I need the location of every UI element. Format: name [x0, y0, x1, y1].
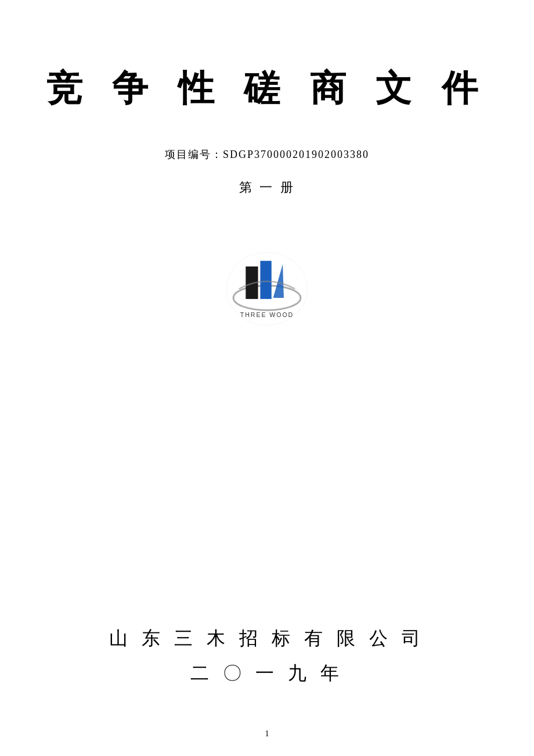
- three-wood-logo-icon: THREE WOOD: [221, 249, 313, 330]
- volume-number: 第 一 册: [239, 179, 295, 196]
- company-name: 山 东 三 木 招 标 有 限 公 司: [109, 626, 425, 651]
- page-number: 1: [265, 729, 269, 739]
- svg-text:THREE WOOD: THREE WOOD: [240, 311, 294, 318]
- project-number: 项目编号：SDGP370000201902003380: [165, 147, 369, 161]
- main-title: 竞 争 性 磋 商 文 件: [46, 64, 488, 113]
- year-text: 二 〇 一 九 年: [190, 661, 344, 686]
- bottom-section: 山 东 三 木 招 标 有 限 公 司 二 〇 一 九 年: [109, 626, 425, 686]
- logo-area: THREE WOOD: [209, 237, 325, 341]
- document-page: 竞 争 性 磋 商 文 件 项目编号：SDGP37000020190200338…: [0, 0, 534, 756]
- svg-marker-4: [273, 264, 284, 298]
- svg-rect-3: [260, 261, 271, 299]
